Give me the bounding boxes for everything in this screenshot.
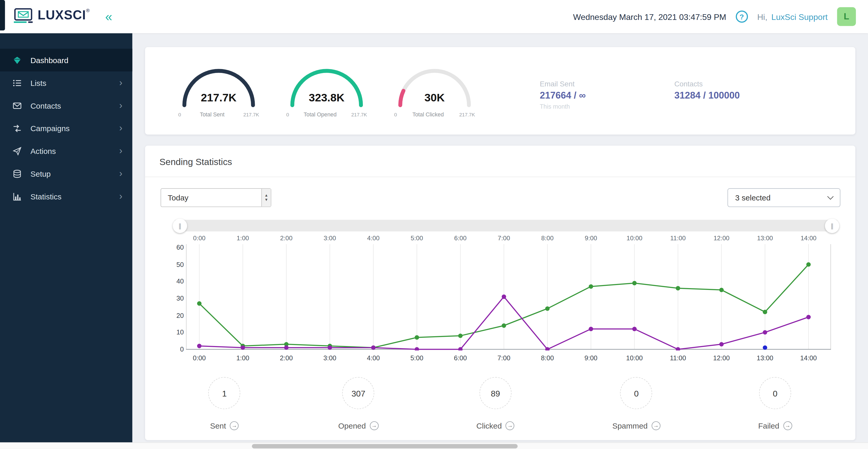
scrubber-time-label: 2:00 [280, 235, 292, 242]
bar-chart-icon [12, 191, 22, 201]
email-sent-value: 217664 / ∞ [540, 90, 586, 101]
gauge-total-sent: 217.7K 0 Total Sent 217.7K [177, 66, 260, 118]
x-tick-label: 14:00 [800, 354, 817, 362]
sidebar-collapse-icon[interactable]: « [105, 10, 112, 23]
gauge-min: 0 [178, 112, 181, 117]
data-point-opened [719, 288, 724, 292]
header-right: Wednesday March 17, 2021 03:47:59 PM ? H… [573, 7, 856, 26]
database-icon [12, 169, 22, 179]
sidebar-item-label: Contacts [31, 101, 61, 110]
counter-link-spammed[interactable]: Spammed → [612, 421, 660, 430]
horizontal-scrollbar[interactable] [0, 442, 868, 449]
sidebar-item-label: Campaigns [31, 124, 70, 132]
chart-controls: Today ▲ ▼ 3 selected [145, 177, 855, 207]
x-tick-label: 6:00 [454, 354, 467, 362]
gauge-label: Total Opened [304, 111, 337, 118]
sidebar-item-setup[interactable]: Setup › [0, 162, 132, 185]
avatar[interactable]: L [837, 7, 856, 26]
data-point-clicked [284, 345, 289, 350]
arrow-right-icon: → [506, 421, 515, 430]
main-content: 217.7K 0 Total Sent 217.7K 323.8K 0 Tota… [132, 33, 868, 449]
gauge-scale: 0 Total Sent 217.7K [177, 111, 260, 118]
scrubber-time-label: 14:00 [801, 235, 816, 242]
scrubber-time-label: 4:00 [367, 235, 380, 242]
spinner-up-icon[interactable]: ▲ [264, 193, 268, 198]
gauge-total-clicked: 30K 0 Total Clicked 217.7K [393, 66, 476, 118]
chevron-right-icon: › [119, 146, 122, 155]
y-tick-label: 0 [180, 346, 184, 353]
counter-opened: 307 Opened → [338, 377, 379, 430]
contacts-label: Contacts [674, 80, 740, 88]
counter-value: 307 [342, 377, 374, 409]
sidebar-item-contacts[interactable]: Contacts › [0, 94, 132, 117]
email-sent-label: Email Sent [540, 80, 586, 88]
counter-value: 1 [209, 377, 241, 409]
date-range-select[interactable]: Today ▲ ▼ [161, 188, 271, 207]
series-select[interactable]: 3 selected [727, 188, 841, 207]
scrubber-time-label: 0:00 [193, 235, 206, 242]
scrubber-time-label: 10:00 [626, 235, 643, 242]
chevron-right-icon: › [119, 101, 122, 110]
gauge-max: 217.7K [459, 112, 475, 117]
scrubber-time-label: 6:00 [454, 235, 467, 242]
sidebar-item-campaigns[interactable]: Campaigns › [0, 117, 132, 140]
counter-link-opened[interactable]: Opened → [338, 421, 379, 430]
luxsci-logo: LUXSCI ® [13, 7, 90, 27]
gauge-total-opened: 323.8K 0 Total Opened 217.7K [285, 66, 368, 118]
y-tick-label: 50 [176, 260, 184, 268]
sidebar-item-statistics[interactable]: Statistics › [0, 185, 132, 208]
summary-card: 217.7K 0 Total Sent 217.7K 323.8K 0 Tota… [145, 47, 855, 134]
scrubber-handle-right[interactable]: ∥ [825, 219, 839, 233]
brand-name: LUXSCI [38, 7, 86, 23]
email-sent-summary: Email Sent 217664 / ∞ This month [540, 80, 586, 110]
sidebar-item-dashboard[interactable]: Dashboard [0, 49, 132, 71]
counter-label-text: Failed [758, 421, 779, 430]
data-point-opened [632, 281, 637, 285]
scrubber-time-label: 9:00 [585, 235, 597, 242]
sidebar-item-label: Actions [31, 147, 56, 155]
data-point-clicked [414, 347, 419, 350]
data-point-opened [197, 301, 202, 306]
gauge-min: 0 [286, 112, 289, 117]
data-point-opened [806, 262, 811, 267]
registered-mark: ® [86, 8, 90, 13]
data-point-clicked [241, 345, 245, 350]
y-tick-label: 30 [176, 295, 184, 302]
scrubber-time-label: 12:00 [714, 235, 730, 242]
counter-failed: 0 Failed → [758, 377, 792, 430]
sidebar-item-label: Lists [31, 78, 46, 87]
x-tick-label: 11:00 [670, 354, 686, 362]
chart-range-scrubber[interactable]: ∥ ∥ [174, 219, 837, 233]
chevron-right-icon: › [119, 123, 122, 133]
counter-value: 0 [620, 377, 652, 409]
counter-label-text: Spammed [612, 421, 648, 430]
gauge-label: Total Sent [200, 111, 224, 118]
horizontal-scrollbar-thumb[interactable] [252, 444, 518, 448]
data-point-opened [414, 335, 419, 340]
help-icon[interactable]: ? [736, 10, 748, 23]
data-point-opened [676, 286, 680, 290]
sidebar-item-lists[interactable]: Lists › [0, 71, 132, 94]
counter-link-failed[interactable]: Failed → [758, 421, 792, 430]
user-menu[interactable]: Hi, LuxSci Support [757, 12, 828, 21]
sidebar-item-label: Setup [31, 169, 51, 178]
spinner-down-icon[interactable]: ▼ [264, 198, 268, 202]
gauge-value: 323.8K [285, 91, 368, 104]
chevron-down-icon [827, 193, 834, 200]
data-point-clicked [763, 330, 767, 334]
scrubber-track[interactable] [174, 220, 837, 231]
data-point-opened [545, 307, 550, 311]
counter-link-sent[interactable]: Sent → [210, 421, 239, 430]
counter-clicked: 89 Clicked → [476, 377, 515, 430]
data-point-clicked [371, 345, 376, 350]
sidebar-item-actions[interactable]: Actions › [0, 139, 132, 162]
contacts-icon [12, 101, 22, 111]
datetime-display: Wednesday March 17, 2021 03:47:59 PM [573, 12, 726, 21]
scrubber-handle-left[interactable]: ∥ [173, 219, 187, 233]
counter-link-clicked[interactable]: Clicked → [476, 421, 515, 430]
counter-sent: 1 Sent → [209, 377, 241, 430]
scrubber-time-label: 1:00 [237, 235, 249, 242]
gauge-label: Total Clicked [412, 111, 443, 118]
lists-icon [12, 78, 22, 88]
select-spinner[interactable]: ▲ ▼ [261, 189, 271, 206]
